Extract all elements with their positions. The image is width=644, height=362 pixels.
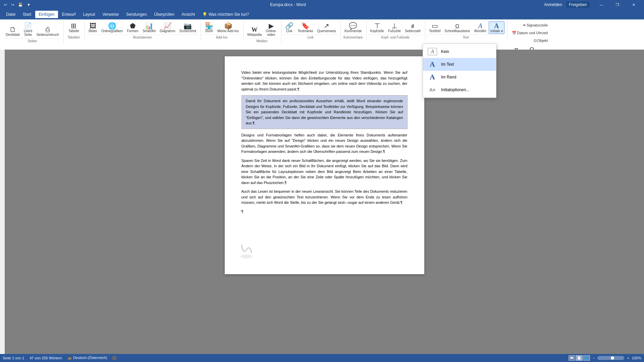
onlinevideo-btn[interactable]: ▶ Online-video: [264, 21, 278, 38]
dropdown-item-im-text[interactable]: A Im Text: [423, 58, 496, 71]
ribbon-group-seiten: 🗋 Deckblatt 📄 LeereSeite ⎙ Seitenumbruch…: [3, 21, 64, 44]
diagramm-icon: 📈: [163, 22, 172, 29]
dropdown-item-im-rand[interactable]: A Im Rand: [423, 71, 496, 83]
undo-btn[interactable]: ↩: [3, 2, 8, 8]
language[interactable]: DE Deutsch (Österreich): [67, 356, 107, 360]
bilder-icon: 🖼: [90, 22, 96, 29]
group-label-kommentare: Kommentare: [343, 35, 364, 39]
group-label-medien: Medien: [246, 38, 278, 43]
initialoptionen-icon: A≡: [429, 87, 435, 93]
leere-seite-btn[interactable]: 📄 LeereSeite: [22, 21, 34, 38]
menu-sendungen[interactable]: Sendungen: [123, 11, 150, 18]
datum-uhrzeit-btn[interactable]: 📅 Datum und Uhrzeit: [509, 29, 550, 37]
seitenumbruch-btn[interactable]: ⎙ Seitenumbruch: [35, 25, 61, 38]
objekt-icon: ⊡: [534, 39, 537, 43]
group-label-kopffuss: Kopf- und Fußzeile: [369, 35, 422, 39]
im-text-icon-container: A: [427, 60, 438, 69]
redo-btn[interactable]: ↪: [10, 2, 15, 8]
menu-help[interactable]: 💡 Was möchten Sie tun?: [199, 11, 252, 18]
ribbon-group-medien: W Wikipedia ▶ Online-video Medien: [244, 21, 281, 44]
datum-icon: 📅: [512, 31, 517, 35]
menu-entwurf[interactable]: Entwurf: [59, 11, 79, 18]
web-view-btn[interactable]: 🌐: [583, 355, 590, 361]
anmelden-btn[interactable]: Anmelden: [544, 2, 562, 7]
paragraph-4: Sparen Sie Zeit in Word dank neuer Schal…: [241, 158, 408, 186]
menu-einfuegen[interactable]: Einfügen: [35, 11, 58, 18]
menu-ansicht[interactable]: Ansicht: [178, 11, 198, 18]
print-view-btn[interactable]: 📄: [576, 355, 583, 361]
zoom-slider[interactable]: [597, 356, 624, 360]
tabelle-icon: ⊞: [71, 22, 76, 29]
menu-ueberpruefen[interactable]: Überprüfen: [151, 11, 178, 18]
wikipedia-btn[interactable]: W Wikipedia: [246, 26, 263, 38]
kopfzeile-icon: ⊤: [374, 22, 380, 29]
zoom-out-btn[interactable]: −: [593, 356, 595, 360]
seitenzahl-icon: #: [411, 24, 414, 29]
formen-btn[interactable]: ⬟ Formen: [125, 21, 140, 34]
menu-verweise[interactable]: Verweise: [99, 11, 122, 18]
fusszeile-btn[interactable]: ⊥ Fußzeile: [386, 21, 402, 34]
meine-addins-btn[interactable]: 📦 Meine Add-Ins: [216, 21, 240, 34]
schnellbausteine-btn[interactable]: Ω Schnellbausteine: [443, 23, 472, 34]
querverweis-btn[interactable]: ↗ Querverweis: [316, 21, 338, 34]
word-count: 47 von 256 Wörtern: [30, 356, 62, 360]
quick-access: ↩ ↪ 💾 ▼: [3, 2, 32, 8]
svg-text:DE: DE: [68, 357, 71, 360]
dropdown-label-initialoptionen: Initialoptionen...: [441, 87, 469, 92]
kommentar-btn[interactable]: 💬 Kommentar: [343, 21, 364, 34]
ribbon-group-addins: 🏪 Store 📦 Meine Add-Ins Add-Ins: [202, 21, 244, 41]
svg-point-16: [240, 254, 253, 258]
objekt-btn[interactable]: ⊡ Objekt: [531, 37, 550, 44]
language-icon: DE: [67, 356, 72, 360]
screenshot-btn[interactable]: 📷 Screenshot: [177, 21, 198, 34]
zoom-in-btn[interactable]: +: [627, 356, 629, 360]
menu-start[interactable]: Start: [19, 11, 35, 18]
signatur-btn[interactable]: ✒ Signaturzeile: [521, 21, 550, 29]
ribbon-group-text: ▭ Textfeld Ω Schnellbausteine A WordArt …: [426, 21, 507, 41]
deckblatt-btn[interactable]: 🗋 Deckblatt: [4, 25, 21, 38]
document-area[interactable]: Video bietet eine leistungsstarke Möglic…: [5, 50, 644, 354]
textfeld-icon: ▭: [432, 22, 438, 29]
im-text-icon: A: [430, 61, 435, 68]
store-btn[interactable]: 🏪 Store: [203, 21, 215, 34]
onlinegrafiken-btn[interactable]: 🌐 Onlinegrafiken: [100, 21, 124, 34]
read-view-btn[interactable]: 📖: [569, 355, 575, 361]
dropdown-item-kein[interactable]: A Kein: [423, 45, 496, 58]
zoom-level[interactable]: 100%: [632, 356, 641, 360]
paragraph-3: Designs und Formatvorlagen helfen auch d…: [241, 132, 408, 155]
freigeben-btn[interactable]: Freigeben: [566, 2, 590, 8]
seitenzahl-btn[interactable]: # Seitenzahl: [403, 23, 422, 34]
kopfzeile-btn[interactable]: ⊤ Kopfzeile: [369, 21, 386, 34]
group-label-seiten: Seiten: [4, 38, 61, 43]
zoom-thumb: [611, 356, 614, 360]
page-count: Seite 1 von 1: [3, 356, 24, 360]
customize-btn[interactable]: ▼: [25, 2, 32, 7]
menu-bar: Datei Start Einfügen Entwurf Layout Verw…: [0, 9, 644, 19]
link-icon: 🔗: [285, 22, 293, 29]
menu-datei[interactable]: Datei: [3, 11, 19, 18]
group-label-addins: Add-Ins: [203, 35, 240, 39]
diagramm-btn[interactable]: 📈 Diagramm: [158, 21, 177, 34]
kommentar-icon: 💬: [349, 22, 357, 29]
textmarke-btn[interactable]: 🔖 Textmarke: [296, 21, 315, 34]
macro-indicator: [112, 356, 116, 360]
close-btn[interactable]: ✕: [626, 0, 641, 9]
svg-rect-15: [0, 50, 5, 354]
save-btn[interactable]: 💾: [17, 2, 24, 8]
bilder-btn[interactable]: 🖼 Bilder: [87, 21, 99, 34]
im-rand-icon: A: [430, 73, 435, 81]
initiale-dropdown: A Kein A Im Text A Im Rand A≡ Initialopt…: [423, 44, 496, 98]
onlinegrafiken-icon: 🌐: [108, 22, 116, 29]
initiale-btn[interactable]: A Initiale ▾: [489, 21, 504, 34]
textfeld-btn[interactable]: ▭ Textfeld: [427, 21, 442, 34]
wordart-btn[interactable]: A WordArt: [472, 21, 488, 34]
smartart-btn[interactable]: 📊 SmartArt: [141, 21, 157, 34]
textmarke-icon: 🔖: [301, 22, 310, 29]
maximize-btn[interactable]: ❐: [610, 0, 625, 9]
tabelle-btn[interactable]: ⊞ Tabelle: [66, 21, 82, 34]
link-btn[interactable]: 🔗 Link: [283, 21, 296, 34]
menu-layout[interactable]: Layout: [79, 11, 98, 18]
dropdown-item-initialoptionen[interactable]: A≡ Initialoptionen...: [423, 83, 496, 96]
minimize-btn[interactable]: —: [594, 0, 609, 9]
kein-icon-container: A: [427, 47, 438, 56]
